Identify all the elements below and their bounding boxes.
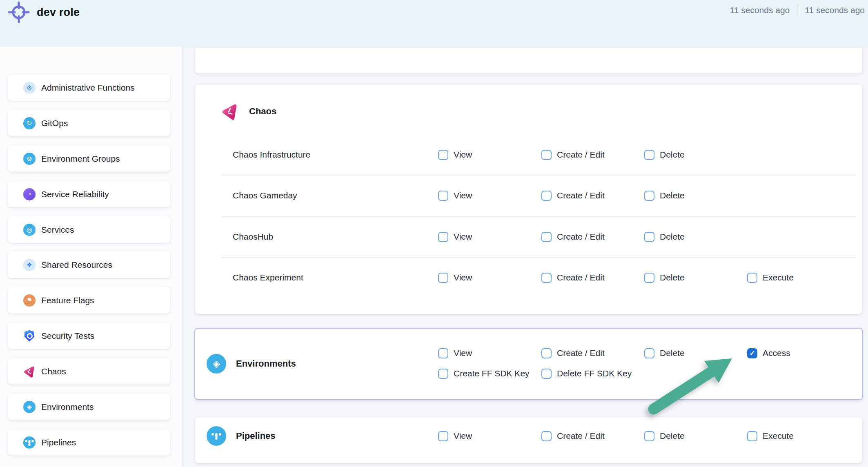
checkbox[interactable]: [644, 150, 654, 160]
top-bar: dev role 11 seconds ago 11 seconds ago: [0, 0, 868, 47]
permission-create-edit[interactable]: Create / Edit: [541, 190, 605, 201]
permission-delete[interactable]: Delete: [644, 430, 685, 442]
permission-create-edit[interactable]: Create / Edit: [541, 231, 605, 242]
permission-row-environments-2: Create FF SDK Key Delete FF SDK Key: [195, 368, 862, 379]
checkbox[interactable]: [541, 191, 552, 201]
timestamp-updated: 11 seconds ago: [805, 5, 865, 15]
sidebar-item-label: Security Tests: [41, 331, 94, 341]
checkbox[interactable]: [541, 273, 552, 283]
permission-access[interactable]: Access: [747, 347, 790, 359]
checkbox[interactable]: [747, 273, 757, 283]
checkbox[interactable]: [541, 348, 552, 358]
checkbox[interactable]: [541, 431, 552, 441]
checkbox[interactable]: [644, 348, 654, 358]
pipelines-icon: [23, 436, 36, 449]
permission-create-edit[interactable]: Create / Edit: [541, 347, 605, 359]
permission-delete[interactable]: Delete: [644, 149, 685, 160]
timestamp-divider: [797, 4, 797, 16]
permission-view[interactable]: View: [438, 231, 472, 242]
sidebar-item-security-tests[interactable]: Security Tests: [8, 322, 170, 349]
permission-delete[interactable]: Delete: [644, 231, 685, 242]
checkbox-access-checked[interactable]: [747, 348, 757, 358]
role-target-icon: [7, 1, 31, 25]
checkbox[interactable]: [644, 273, 654, 283]
checkbox[interactable]: [644, 431, 654, 441]
permission-execute[interactable]: Execute: [747, 430, 794, 442]
sidebar-item-label: Pipelines: [41, 438, 76, 447]
row-divider: [220, 176, 856, 176]
sidebar-item-label: Environments: [41, 402, 93, 412]
section-title: Chaos: [249, 106, 276, 117]
permission-row-chaos-experiment: Chaos Experiment View Create / Edit Dele…: [195, 272, 862, 283]
timestamp-created: 11 seconds ago: [730, 5, 790, 15]
permission-row-pipelines: View Create / Edit Delete Execute: [195, 430, 862, 442]
chaos-section-card: Chaos Chaos Infrastructure View Create /…: [195, 85, 862, 314]
sidebar-item-label: Services: [41, 225, 74, 235]
permission-delete[interactable]: Delete: [644, 190, 685, 201]
sidebar-item-chaos[interactable]: Chaos: [8, 358, 170, 385]
shared-resources-icon: ❖: [23, 259, 36, 271]
permission-create-edit[interactable]: Create / Edit: [541, 149, 605, 160]
permission-create-ff-sdk-key[interactable]: Create FF SDK Key: [438, 368, 530, 379]
checkbox[interactable]: [438, 150, 448, 160]
permission-view[interactable]: View: [438, 149, 472, 160]
checkbox[interactable]: [438, 431, 448, 441]
permission-create-edit[interactable]: Create / Edit: [541, 430, 605, 442]
sidebar-item-pipelines[interactable]: Pipelines: [8, 429, 170, 456]
sidebar-item-label: Feature Flags: [41, 296, 94, 305]
pipelines-section-card: Pipelines View Create / Edit Delete Exec…: [195, 417, 862, 463]
permission-delete[interactable]: Delete: [644, 272, 685, 283]
checkbox[interactable]: [644, 232, 654, 242]
sidebar-item-shared-resources[interactable]: ❖ Shared Resources: [8, 251, 170, 278]
checkbox[interactable]: [644, 191, 654, 201]
sidebar-item-label: Chaos: [41, 367, 66, 376]
gitops-icon: ↻: [23, 117, 36, 129]
services-icon: ◎: [23, 224, 36, 236]
checkbox[interactable]: [438, 191, 448, 201]
sidebar-item-feature-flags[interactable]: ⚑ Feature Flags: [8, 287, 170, 314]
checkbox[interactable]: [438, 273, 448, 283]
row-divider: [220, 257, 856, 258]
role-permissions-page: dev role 11 seconds ago 11 seconds ago ⚙…: [0, 0, 868, 467]
row-divider: [220, 216, 856, 217]
checkbox[interactable]: [541, 232, 552, 242]
sidebar-item-gitops[interactable]: ↻ GitOps: [8, 110, 170, 136]
permission-delete[interactable]: Delete: [644, 347, 685, 359]
environments-cube-icon: ◈: [23, 401, 36, 413]
sidebar-item-service-reliability[interactable]: ◔ Service Reliability: [8, 181, 170, 207]
timestamps: 11 seconds ago 11 seconds ago: [730, 4, 865, 16]
security-shield-icon: [23, 330, 36, 342]
permission-row-chaos-infrastructure: Chaos Infrastructure View Create / Edit …: [195, 149, 862, 160]
sidebar-item-label: GitOps: [41, 118, 68, 128]
checkbox[interactable]: [541, 369, 552, 379]
row-label: ChaosHub: [233, 232, 273, 242]
permission-row-chaos-gameday: Chaos Gameday View Create / Edit Delete: [195, 190, 862, 201]
permission-view[interactable]: View: [438, 190, 472, 201]
sidebar-item-environments[interactable]: ◈ Environments: [8, 394, 170, 420]
checkbox[interactable]: [747, 431, 757, 441]
row-label: Chaos Gameday: [233, 191, 297, 200]
environments-section-card: ◈ Environments View Create / Edit Delete…: [194, 328, 863, 400]
permission-view[interactable]: View: [438, 272, 472, 283]
gear-icon: ⚙: [23, 82, 36, 94]
permission-delete-ff-sdk-key[interactable]: Delete FF SDK Key: [541, 368, 632, 379]
checkbox[interactable]: [438, 369, 448, 379]
sidebar-item-administrative-functions[interactable]: ⚙ Administrative Functions: [8, 74, 170, 101]
sidebar-item-label: Administrative Functions: [41, 83, 135, 93]
checkbox[interactable]: [438, 232, 448, 242]
row-label: Chaos Experiment: [233, 273, 303, 282]
page-title: dev role: [37, 6, 80, 19]
permission-row-environments-1: View Create / Edit Delete Access: [195, 347, 862, 359]
permission-row-chaoshub: ChaosHub View Create / Edit Delete: [195, 231, 862, 242]
sidebar-item-services[interactable]: ◎ Services: [8, 216, 170, 243]
permission-view[interactable]: View: [438, 347, 472, 359]
service-reliability-icon: ◔: [23, 188, 36, 200]
sidebar-item-environment-groups[interactable]: ⊚ Environment Groups: [8, 145, 170, 172]
row-label: Chaos Infrastructure: [233, 150, 310, 160]
environment-groups-icon: ⊚: [23, 153, 36, 165]
permission-execute[interactable]: Execute: [747, 272, 794, 283]
checkbox[interactable]: [438, 348, 448, 358]
checkbox[interactable]: [541, 150, 552, 160]
permission-view[interactable]: View: [438, 430, 472, 442]
permission-create-edit[interactable]: Create / Edit: [541, 272, 605, 283]
